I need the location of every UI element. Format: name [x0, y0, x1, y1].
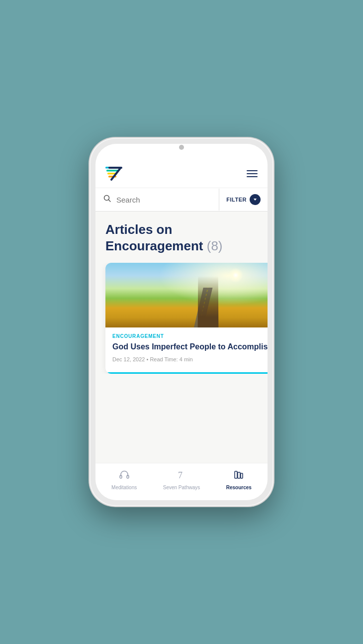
hamburger-line-2	[247, 173, 258, 174]
svg-rect-15	[241, 473, 243, 478]
card-category-1: ENCOURAGEMENT	[112, 333, 268, 339]
hamburger-line-3	[247, 176, 258, 177]
app-logo	[105, 166, 124, 182]
search-icon	[103, 195, 111, 205]
app-header	[95, 144, 268, 188]
bottom-nav: Meditations 7 Seven Pathways	[95, 463, 268, 500]
article-card-1[interactable]: ENCOURAGEMENT God Uses Imperfect People …	[105, 263, 268, 374]
app-screen: FILTER Articles on Encouragement (8)	[95, 144, 268, 500]
headphones-icon	[119, 469, 130, 483]
cards-scroll: ENCOURAGEMENT God Uses Imperfect People …	[95, 263, 268, 374]
search-bar: FILTER	[95, 188, 268, 212]
hamburger-line-1	[247, 170, 258, 171]
main-content: Articles on Encouragement (8)	[95, 212, 268, 463]
resources-icon	[233, 469, 244, 483]
filter-label: FILTER	[226, 197, 247, 203]
phone-screen: FILTER Articles on Encouragement (8)	[95, 144, 268, 500]
nav-item-seven-pathways[interactable]: 7 Seven Pathways	[153, 467, 210, 492]
nav-label-meditations: Meditations	[111, 485, 137, 490]
section-title-text: Articles on Encouragement	[105, 222, 203, 253]
card-image-1	[105, 263, 268, 327]
search-section[interactable]	[95, 189, 219, 211]
svg-rect-1	[106, 170, 118, 172]
nav-label-resources: Resources	[226, 485, 252, 490]
svg-rect-14	[238, 472, 240, 478]
phone-frame: FILTER Articles on Encouragement (8)	[90, 138, 273, 506]
hamburger-menu[interactable]	[247, 170, 258, 177]
filter-button[interactable]: FILTER	[219, 188, 268, 211]
nav-item-resources[interactable]: Resources	[210, 467, 268, 492]
card-body-1: ENCOURAGEMENT God Uses Imperfect People …	[105, 327, 268, 367]
road-svg	[105, 263, 268, 327]
card-title-1: God Uses Imperfect People to Accomplish …	[112, 342, 268, 352]
svg-rect-13	[235, 471, 237, 478]
filter-arrow-icon	[250, 194, 261, 205]
phone-camera	[179, 145, 184, 150]
card-progress-1	[105, 372, 268, 374]
search-input[interactable]	[116, 196, 211, 204]
section-title: Articles on Encouragement (8)	[105, 221, 258, 254]
nav-item-meditations[interactable]: Meditations	[95, 467, 153, 492]
logo-svg	[105, 166, 124, 182]
landscape-image	[105, 263, 268, 327]
svg-line-8	[109, 200, 111, 202]
nav-label-seven-pathways: Seven Pathways	[163, 485, 200, 490]
card-meta-1: Dec 12, 2022 • Read Time: 4 min	[112, 356, 268, 362]
svg-rect-6	[108, 167, 122, 169]
svg-text:7: 7	[178, 470, 182, 480]
seven-pathways-icon: 7	[176, 469, 187, 483]
section-count: (8)	[207, 238, 223, 253]
svg-marker-9	[254, 199, 257, 201]
